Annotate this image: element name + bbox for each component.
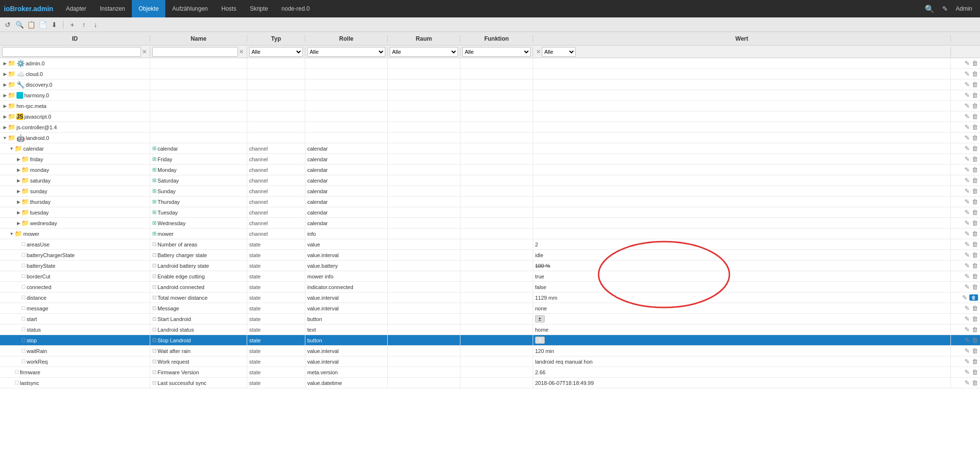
- delete-row-icon[interactable]: 🗑: [972, 60, 978, 67]
- delete-row-icon[interactable]: 🗑: [972, 347, 978, 354]
- table-row[interactable]: ▶ 📁 saturday ⊞ Saturday channel calendar…: [0, 175, 980, 186]
- table-row[interactable]: ▶ 📁 js-controller@1.4 ✎🗑: [0, 122, 980, 133]
- tree-toggle[interactable]: ▶: [16, 178, 21, 183]
- delete-row-icon[interactable]: 🗑: [972, 262, 978, 269]
- table-row[interactable]: ☐ workReq ⊡ Work request state value.int…: [0, 356, 980, 367]
- tree-toggle[interactable]: ▶: [16, 189, 21, 194]
- tree-toggle[interactable]: ▶: [16, 168, 21, 172]
- edit-row-icon[interactable]: ✎: [964, 219, 970, 227]
- tree-toggle[interactable]: ▶: [2, 93, 8, 98]
- tree-toggle[interactable]: ▶: [2, 82, 8, 87]
- edit-row-icon[interactable]: ✎: [964, 283, 970, 291]
- filter-id-input[interactable]: [2, 47, 141, 57]
- tab-aufzaehlungen[interactable]: Aufzählungen: [165, 0, 214, 17]
- tab-node-red[interactable]: node-red.0: [275, 0, 316, 17]
- table-row[interactable]: ▶ 📁 tuesday ⊞ Tuesday channel calendar ✎…: [0, 207, 980, 218]
- edit-row-icon[interactable]: ✎: [964, 251, 970, 259]
- table-row[interactable]: ☐ stop ⊡ Stop Landroid state button ± ✎🗑: [0, 335, 980, 346]
- edit-row-icon[interactable]: ✎: [964, 198, 970, 205]
- delete-row-icon[interactable]: 🗑: [972, 230, 978, 237]
- filter-name-input[interactable]: [152, 47, 238, 57]
- download-icon[interactable]: ⬇: [49, 20, 59, 30]
- tab-objekte[interactable]: Objekte: [132, 0, 165, 17]
- edit-row-icon[interactable]: ✎: [964, 315, 970, 322]
- table-row[interactable]: ▶ 📁 hm-rpc.meta ✎🗑: [0, 101, 980, 111]
- delete-row-icon[interactable]: 🗑: [972, 283, 978, 291]
- tree-toggle[interactable]: ▶: [16, 221, 21, 226]
- delete-row-icon[interactable]: 🗑: [972, 70, 978, 77]
- table-row[interactable]: ☐ borderCut ⊡ Enable edge cutting state …: [0, 271, 980, 282]
- table-row[interactable]: ☐ lastsync ⊡ Last successful sync state …: [0, 378, 980, 388]
- table-row[interactable]: ▼ 📁 🤖 landroid.0 ✎🗑: [0, 133, 980, 143]
- filter-name-clear[interactable]: ✕: [238, 48, 245, 55]
- up-icon[interactable]: ↑: [79, 20, 89, 30]
- tab-adapter[interactable]: Adapter: [59, 0, 93, 17]
- edit-row-icon[interactable]: ✎: [964, 273, 970, 280]
- filter-func-select[interactable]: Alle: [462, 47, 531, 57]
- edit-row-icon[interactable]: ✎: [964, 358, 970, 365]
- table-row[interactable]: ▶ 📁 wednesday ⊞ Wednesday channel calend…: [0, 218, 980, 229]
- val-button[interactable]: ±: [535, 315, 545, 322]
- val-button[interactable]: ±: [535, 337, 545, 344]
- edit-row-icon[interactable]: ✎: [964, 70, 970, 77]
- table-row[interactable]: ▶ 📁 harmony.0 ✎🗑: [0, 90, 980, 101]
- delete-row-icon[interactable]: 🗑: [972, 92, 978, 99]
- delete-row-icon[interactable]: 🗑: [972, 166, 978, 173]
- delete-row-icon[interactable]: 🗑: [972, 379, 978, 386]
- table-row[interactable]: ▼ 📁 mower ⊞ mower channel info ✎🗑: [0, 229, 980, 239]
- filter-val-select[interactable]: Alle: [542, 47, 576, 57]
- table-row[interactable]: ☐ distance ⊡ Total mower distance state …: [0, 292, 980, 303]
- edit-row-icon[interactable]: ✎: [964, 262, 970, 269]
- edit-row-icon[interactable]: ✎: [964, 81, 970, 88]
- edit-row-icon[interactable]: ✎: [964, 305, 970, 312]
- delete-row-icon[interactable]: 🗑: [972, 337, 978, 344]
- table-row[interactable]: ☐ connected ⊡ Landroid connected state i…: [0, 282, 980, 292]
- delete-row-icon[interactable]: 🗑: [972, 315, 978, 322]
- delete-row-icon[interactable]: 🗑: [972, 198, 978, 205]
- table-row[interactable]: ▶ 📁 friday ⊞ Friday channel calendar ✎🗑: [0, 154, 980, 165]
- delete-row-icon[interactable]: 🗑: [972, 251, 978, 259]
- tree-toggle[interactable]: ▼: [9, 146, 15, 151]
- tree-toggle[interactable]: ▶: [16, 210, 21, 215]
- edit-icon[interactable]: ✎: [938, 5, 952, 13]
- search-icon[interactable]: 🔍: [921, 4, 938, 14]
- down-icon[interactable]: ↓: [91, 20, 100, 30]
- edit-row-icon[interactable]: ✎: [964, 123, 970, 131]
- delete-row-icon[interactable]: 🗑: [972, 134, 978, 141]
- edit-row-icon[interactable]: ✎: [964, 241, 970, 248]
- table-row[interactable]: ▶ 📁 JS javascript.0 ✎🗑: [0, 111, 980, 122]
- tree-toggle[interactable]: ▼: [9, 231, 15, 236]
- edit-row-icon[interactable]: ✎: [964, 113, 970, 120]
- edit-row-icon[interactable]: ✎: [964, 155, 970, 163]
- delete-row-icon[interactable]: 🗑: [972, 155, 978, 163]
- edit-row-icon[interactable]: ✎: [964, 326, 970, 333]
- tab-skripte[interactable]: Skripte: [243, 0, 274, 17]
- table-row[interactable]: ☐ status ⊡ Landroid status state text ho…: [0, 324, 980, 335]
- delete-row-icon[interactable]: 🗑: [972, 113, 978, 120]
- tree-toggle[interactable]: ▶: [16, 157, 21, 162]
- tree-toggle[interactable]: ▶: [2, 125, 8, 130]
- delete-row-icon[interactable]: 🗑: [972, 209, 978, 216]
- table-row[interactable]: ▶ 📁 monday ⊞ Monday channel calendar ✎🗑: [0, 165, 980, 175]
- tab-instanzen[interactable]: Instanzen: [93, 0, 132, 17]
- active-delete-icon[interactable]: 🗑: [969, 294, 978, 301]
- table-row[interactable]: ☐ batteryState ⊡ Landroid battery state …: [0, 260, 980, 271]
- edit-row-icon[interactable]: ✎: [964, 187, 970, 195]
- edit-row-icon[interactable]: ✎: [964, 209, 970, 216]
- delete-row-icon[interactable]: 🗑: [972, 241, 978, 248]
- tree-toggle[interactable]: ▶: [2, 72, 8, 77]
- edit-row-icon[interactable]: ✎: [964, 177, 970, 184]
- edit-row-icon[interactable]: ✎: [964, 337, 970, 344]
- delete-row-icon[interactable]: 🗑: [972, 305, 978, 312]
- table-row[interactable]: ▶ 📁 🔧 discovery.0 ✎🗑: [0, 79, 980, 90]
- refresh-icon[interactable]: ↺: [3, 20, 13, 30]
- tree-toggle[interactable]: ▶: [16, 199, 21, 204]
- delete-row-icon[interactable]: 🗑: [972, 177, 978, 184]
- edit-row-icon[interactable]: ✎: [964, 347, 970, 354]
- filter-type-select[interactable]: Alle state channel device: [249, 47, 303, 57]
- edit-row-icon[interactable]: ✎: [964, 368, 970, 376]
- tree-toggle[interactable]: ▶: [2, 61, 8, 66]
- table-row[interactable]: ☐ start ⊡ Start Landroid state button ± …: [0, 314, 980, 324]
- search-toolbar-icon[interactable]: 🔍: [15, 20, 24, 30]
- table-row[interactable]: ☐ waitRain ⊡ Wait after rain state value…: [0, 346, 980, 356]
